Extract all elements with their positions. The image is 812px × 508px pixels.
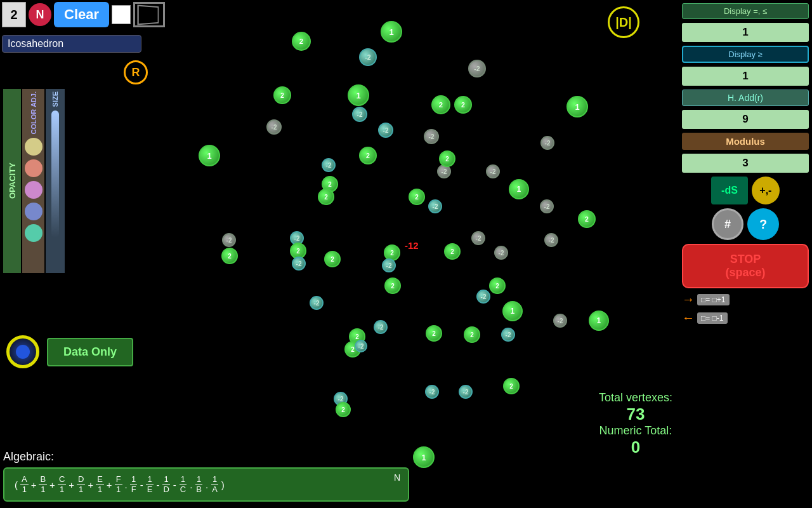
canvas-node-10[interactable]: 2 <box>431 95 450 114</box>
canvas-node-3[interactable]: -2 <box>468 60 486 77</box>
frame-icon[interactable] <box>133 2 165 27</box>
frac-C: C1 <box>58 475 66 494</box>
dot-1: . <box>125 479 128 490</box>
display-ge-value[interactable]: 1 <box>682 67 809 86</box>
id-badge[interactable]: |D| <box>608 6 639 38</box>
swatch-3[interactable] <box>25 181 43 199</box>
canvas-node-6[interactable]: -2 <box>352 107 367 122</box>
algebraic-title: Algebraic: <box>3 450 409 464</box>
canvas-node-12[interactable]: 1 <box>566 96 588 117</box>
frac-1D: 1D <box>162 475 170 494</box>
canvas-node-17[interactable]: 2 <box>318 189 334 205</box>
canvas-node-38[interactable]: -2 <box>544 233 558 247</box>
canvas-node-54[interactable]: -2 <box>459 385 473 399</box>
display-eq-value[interactable]: 1 <box>682 23 809 42</box>
canvas-node-29[interactable]: -2 <box>292 257 306 271</box>
arrow-down-label[interactable]: □= □-1 <box>697 312 728 324</box>
canvas-node-9[interactable]: -2 <box>424 129 439 144</box>
modulus-value[interactable]: 3 <box>682 154 809 173</box>
canvas-node-46[interactable]: -2 <box>355 340 367 352</box>
canvas-node-48[interactable]: 2 <box>464 326 480 343</box>
canvas-node-1[interactable]: 2 <box>292 32 311 51</box>
canvas-node-55[interactable]: 2 <box>503 378 520 394</box>
canvas-node-25[interactable]: -2 <box>540 199 554 213</box>
canvas-node-13[interactable]: 1 <box>199 145 220 166</box>
totals-panel: Total vertexes: 73 Numeric Total: 0 <box>599 391 672 457</box>
frac-1B: 1B <box>195 475 203 494</box>
frac-B: B1 <box>39 475 47 494</box>
canvas-node-39[interactable]: -2 <box>310 296 324 310</box>
pm-button[interactable]: +,- <box>752 177 780 204</box>
canvas-node-41[interactable]: 2 <box>489 277 506 294</box>
arrow-up-label[interactable]: □= □+1 <box>697 294 730 305</box>
canvas-node-53[interactable]: -2 <box>425 385 439 399</box>
arrow-right-icon: → <box>682 292 695 307</box>
canvas-node-7[interactable]: -2 <box>378 123 393 138</box>
size-bar[interactable] <box>51 110 59 237</box>
canvas-node-19[interactable]: -2 <box>428 199 442 213</box>
algebraic-formula: ( A1 + B1 + C1 + D1 + E1 + F1 . 1F - 1E … <box>15 475 398 494</box>
canvas-node-26[interactable]: 2 <box>578 210 596 228</box>
size-panel: SIZE <box>46 89 65 273</box>
canvas-node-43[interactable]: -2 <box>374 320 388 334</box>
canvas-node-47[interactable]: 2 <box>426 325 442 342</box>
canvas-node-4[interactable]: 1 <box>348 84 369 106</box>
canvas-node-56[interactable]: 1 <box>413 446 435 468</box>
data-only-button[interactable]: Data Only <box>47 338 133 366</box>
canvas-node-21[interactable]: 2 <box>439 150 455 167</box>
canvas-node-30[interactable]: -2 <box>222 233 236 247</box>
hadd-value[interactable]: 9 <box>682 110 809 129</box>
canvas-node-58[interactable]: 2 <box>336 402 351 417</box>
canvas-node-0[interactable]: 1 <box>381 21 402 43</box>
ds-button[interactable]: -dS <box>711 177 748 204</box>
canvas-node-31[interactable]: 2 <box>221 248 238 264</box>
canvas-node-35[interactable]: 2 <box>444 243 461 260</box>
frac-1F: 1F <box>130 475 138 494</box>
canvas-node-36[interactable]: -2 <box>471 231 485 245</box>
white-box[interactable] <box>112 5 131 24</box>
opacity-label[interactable]: OPACITY <box>3 89 21 273</box>
canvas-node-34[interactable]: -2 <box>382 258 396 272</box>
frac-E: E1 <box>96 475 104 494</box>
canvas-node-23[interactable]: 1 <box>509 179 529 199</box>
canvas-node-2[interactable]: -2 <box>359 48 377 66</box>
canvas-node-42[interactable]: -2 <box>476 290 490 304</box>
swatch-5[interactable] <box>25 224 43 242</box>
canvas-node-22[interactable]: -2 <box>486 164 500 178</box>
arrow-up-row: → □= □+1 <box>682 292 809 307</box>
r-button[interactable]: R <box>124 60 148 84</box>
canvas-node-32[interactable]: 2 <box>324 251 341 267</box>
swatch-4[interactable] <box>25 203 43 220</box>
clear-button[interactable]: Clear <box>54 2 109 27</box>
shape-selector[interactable]: Icosahedron <box>2 35 141 53</box>
swatch-2[interactable] <box>25 159 43 177</box>
minus-1: - <box>140 479 143 490</box>
canvas-node-15[interactable]: -2 <box>322 158 336 172</box>
swatch-1[interactable] <box>25 138 43 156</box>
vertex-label: Total vertexes: <box>599 391 672 404</box>
canvas-node-11[interactable]: 2 <box>454 96 472 114</box>
q-button[interactable]: ? <box>747 208 779 240</box>
canvas-node-37[interactable]: -2 <box>494 246 508 260</box>
canvas-node-52[interactable]: 1 <box>589 311 609 331</box>
canvas-node-8[interactable]: -2 <box>266 119 282 135</box>
n-badge[interactable]: N <box>29 3 51 26</box>
plus-3: + <box>69 479 74 490</box>
hash-button[interactable]: # <box>712 208 743 240</box>
frac-1E: 1E <box>146 475 154 494</box>
canvas-node-5[interactable]: 2 <box>273 86 291 104</box>
canvas-node-49[interactable]: 1 <box>502 301 523 321</box>
stop-button[interactable]: STOP(space) <box>682 244 809 288</box>
arrow-down-row: ← □= □-1 <box>682 311 809 325</box>
size-label: SIZE <box>51 91 59 107</box>
canvas-node-50[interactable]: -2 <box>553 314 567 328</box>
dot-3: . <box>206 479 208 490</box>
canvas-node-24[interactable]: -2 <box>540 136 554 150</box>
minus-3: - <box>173 479 176 490</box>
canvas-node-51[interactable]: -2 <box>501 328 515 342</box>
canvas-node-40[interactable]: 2 <box>384 277 401 294</box>
plus-4: + <box>88 479 93 490</box>
plus-1: + <box>31 479 37 490</box>
canvas-node-18[interactable]: 2 <box>409 189 425 205</box>
canvas-node-14[interactable]: 2 <box>359 147 377 164</box>
